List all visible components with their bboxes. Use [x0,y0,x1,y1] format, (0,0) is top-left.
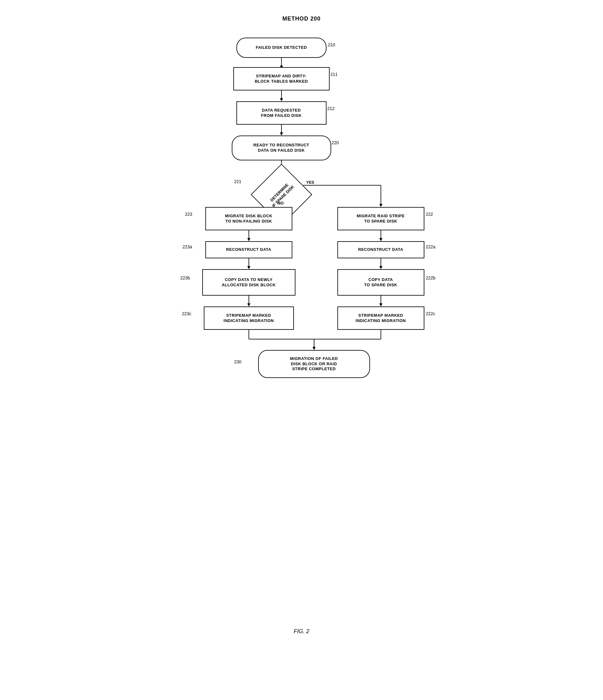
node-212: DATA REQUESTEDFROM FAILED DISK [236,101,326,125]
ref-212: 212 [327,106,335,111]
node-222b: COPY DATATO SPARE DISK [337,269,424,296]
ref-230: 230 [234,359,241,364]
ref-223: 223 [185,212,192,217]
node-223a: RECONSTRUCT DATA [205,241,292,258]
svg-marker-12 [379,204,383,207]
node-222: MIGRATE RAID STRIPETO SPARE DISK [337,207,424,230]
no-label: NO [278,201,284,205]
node-211: STRIPEMAP AND DIRTY-BLOCK TABLES MARKED [233,67,330,91]
ref-222a: 222a [426,244,436,249]
ref-221: 221 [234,179,241,184]
node-230: MIGRATION OF FAILEDDISK BLOCK OR RAIDSTR… [258,350,370,378]
svg-marker-5 [280,132,283,135]
svg-marker-14 [247,238,251,241]
ref-211: 211 [331,72,338,77]
ref-222c: 222c [426,311,435,316]
method-title: METHOD 200 [157,16,446,22]
ref-223b: 223b [181,275,190,280]
ref-210: 210 [328,42,335,47]
svg-marker-30 [313,347,316,350]
ref-222: 222 [426,212,433,217]
node-223b: COPY DATA TO NEWLYALLOCATED DISK BLOCK [202,269,295,296]
node-222c: STRIPEMAP MARKEDINDICATING MIGRATION [337,306,424,330]
ref-223a: 223a [183,244,192,249]
node-210: FAILED DISK DETECTED [236,38,326,58]
node-222a: RECONSTRUCT DATA [337,241,424,258]
svg-marker-24 [379,303,383,306]
svg-marker-16 [379,238,383,241]
fig-label: FIG. 2 [157,628,446,635]
node-220: READY TO RECONSTRUCTDATA ON FAILED DISK [232,135,331,160]
svg-marker-22 [247,303,251,306]
node-223: MIGRATE DISK BLOCKTO NON-FAILING DISK [205,207,292,230]
flowchart: FAILED DISK DETECTED 210 STRIPEMAP AND D… [157,31,446,622]
ref-220: 220 [332,140,339,145]
ref-223c: 223c [182,311,191,316]
svg-marker-3 [280,98,283,101]
node-223c: STRIPEMAP MARKEDINDICATING MIGRATION [204,306,294,330]
svg-marker-20 [379,266,383,269]
ref-222b: 222b [426,275,436,280]
page: METHOD 200 [151,6,452,653]
yes-label: YES [306,180,314,185]
svg-marker-18 [247,266,251,269]
